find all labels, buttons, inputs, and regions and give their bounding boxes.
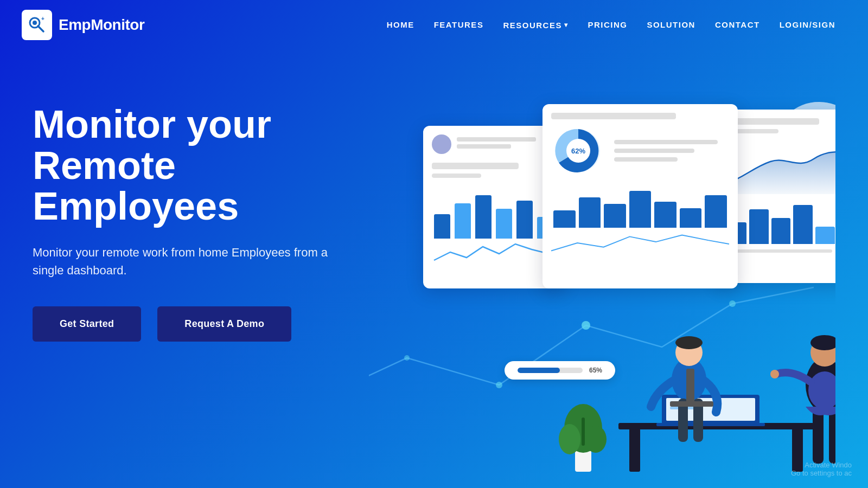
hero-subtext: Monitor your remote work from home Emplo… [33, 243, 336, 279]
user-profile [432, 134, 556, 154]
svg-point-24 [675, 336, 703, 349]
svg-rect-34 [813, 409, 824, 464]
nav-item-contact[interactable]: CONTACT [715, 20, 760, 30]
user-avatar [432, 134, 451, 154]
svg-rect-21 [656, 423, 765, 426]
hero-section: Monitor your Remote Employees Monitor yo… [0, 50, 868, 488]
nav-item-home[interactable]: HOME [387, 20, 414, 30]
area-chart-right [725, 140, 835, 194]
svg-point-8 [404, 355, 410, 361]
watermark-line1: Activate Windo [805, 461, 852, 469]
nav-item-login[interactable]: LOGIN/SIGN [780, 20, 835, 30]
nav-link-solution[interactable]: SOLUTION [647, 20, 695, 29]
svg-rect-35 [829, 409, 835, 464]
people-illustration [510, 260, 835, 488]
svg-point-3 [33, 21, 37, 25]
nav-link-home[interactable]: HOME [387, 20, 414, 29]
hero-illustration: 62% [369, 82, 835, 488]
nav-item-pricing[interactable]: PRICING [588, 20, 627, 30]
wave-line-center [551, 232, 729, 254]
nav-item-features[interactable]: FEATURES [434, 20, 484, 30]
user-role-line [457, 144, 511, 149]
hero-headline-line2: Remote Employees [33, 144, 239, 228]
navbar: + EmpMonitor HOME FEATURES RESOURCES PRI… [0, 0, 868, 50]
center-bar-1 [551, 113, 676, 119]
nav-link-contact[interactable]: CONTACT [715, 20, 760, 29]
hero-text-area: Monitor your Remote Employees Monitor yo… [33, 82, 369, 342]
hero-headline: Monitor your Remote Employees [33, 104, 369, 227]
bar-4 [496, 209, 512, 239]
card-bar-2 [432, 174, 481, 178]
svg-text:+: + [41, 16, 44, 22]
bar-2 [455, 203, 471, 239]
nav-item-solution[interactable]: SOLUTION [647, 20, 695, 30]
bar-1 [434, 214, 450, 239]
user-info-lines [457, 137, 556, 151]
svg-rect-40 [582, 418, 585, 446]
windows-watermark: Activate Windo Go to settings to ac [791, 461, 852, 477]
nav-link-pricing[interactable]: PRICING [588, 20, 627, 29]
get-started-button[interactable]: Get Started [33, 306, 141, 342]
logo-area[interactable]: + EmpMonitor [22, 10, 144, 40]
nav-item-resources[interactable]: RESOURCES [503, 21, 568, 30]
svg-rect-15 [629, 428, 640, 472]
hero-headline-line1: Monitor your [33, 102, 271, 146]
svg-rect-28 [686, 369, 694, 404]
svg-point-33 [770, 370, 779, 378]
bar-3 [475, 195, 492, 239]
card-bar-1 [432, 163, 519, 169]
nav-link-resources[interactable]: RESOURCES [503, 21, 568, 30]
bar-chart-left [432, 184, 556, 239]
request-demo-button[interactable]: Request A Demo [157, 306, 291, 342]
nav-links: HOME FEATURES RESOURCES PRICING SOLUTION… [387, 20, 835, 30]
svg-rect-0 [26, 14, 48, 36]
svg-text:62%: 62% [571, 147, 585, 155]
logo-icon: + [22, 10, 52, 40]
svg-point-38 [559, 424, 580, 454]
svg-point-39 [585, 426, 607, 453]
user-name-line [457, 137, 536, 142]
nav-link-features[interactable]: FEATURES [434, 20, 484, 29]
bar-5 [516, 201, 533, 239]
watermark-line2: Go to settings to ac [791, 469, 852, 477]
hero-buttons: Get Started Request A Demo [33, 306, 369, 342]
right-bar-1 [725, 118, 819, 125]
nav-link-login[interactable]: LOGIN/SIGN [780, 20, 835, 29]
brand-name: EmpMonitor [59, 16, 144, 34]
pie-chart: 62% [551, 124, 605, 178]
